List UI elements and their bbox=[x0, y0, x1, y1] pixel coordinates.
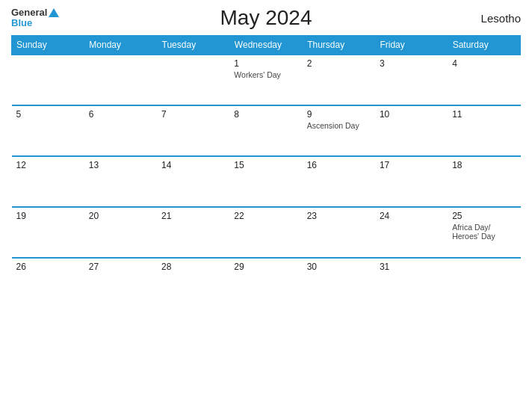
day-number: 14 bbox=[161, 160, 225, 170]
weekday-header: Wednesday bbox=[229, 35, 302, 55]
calendar-cell: 19 bbox=[12, 207, 84, 258]
weekday-header: Tuesday bbox=[157, 35, 229, 55]
day-number: 29 bbox=[234, 262, 297, 272]
day-number: 22 bbox=[234, 211, 297, 221]
header: General Blue May 2024 Lesotho bbox=[11, 7, 521, 29]
day-number: 9 bbox=[307, 109, 371, 120]
day-number: 17 bbox=[380, 160, 443, 170]
calendar-cell: 18 bbox=[448, 156, 520, 207]
weekday-header: Friday bbox=[375, 35, 448, 55]
calendar-cell: 11 bbox=[448, 105, 520, 156]
calendar-table: SundayMondayTuesdayWednesdayThursdayFrid… bbox=[11, 35, 521, 309]
day-number: 28 bbox=[161, 262, 225, 272]
calendar-body: 1Workers' Day23456789Ascension Day101112… bbox=[12, 55, 521, 309]
calendar-cell bbox=[12, 55, 84, 105]
calendar-cell: 12 bbox=[12, 156, 84, 207]
calendar-cell: 6 bbox=[84, 105, 157, 156]
calendar-cell: 15 bbox=[229, 156, 302, 207]
calendar-cell: 14 bbox=[157, 156, 229, 207]
day-number: 30 bbox=[307, 262, 371, 272]
day-number: 4 bbox=[452, 58, 516, 69]
calendar-cell: 5 bbox=[12, 105, 84, 156]
calendar-cell: 22 bbox=[229, 207, 302, 258]
calendar-cell: 9Ascension Day bbox=[303, 105, 375, 156]
calendar-cell: 2 bbox=[303, 55, 375, 105]
calendar-cell: 13 bbox=[84, 156, 157, 207]
weekday-header: Monday bbox=[84, 35, 157, 55]
day-number: 21 bbox=[161, 211, 225, 221]
calendar-week-row: 12131415161718 bbox=[12, 156, 521, 207]
day-number: 18 bbox=[452, 160, 516, 170]
calendar-cell: 23 bbox=[303, 207, 375, 258]
calendar-cell bbox=[448, 258, 520, 309]
weekday-row: SundayMondayTuesdayWednesdayThursdayFrid… bbox=[12, 35, 521, 55]
calendar-cell bbox=[84, 55, 157, 105]
calendar-cell: 16 bbox=[303, 156, 375, 207]
day-number: 25 bbox=[452, 211, 516, 221]
day-number: 31 bbox=[380, 262, 443, 272]
calendar-week-row: 19202122232425Africa Day/ Heroes' Day bbox=[12, 207, 521, 258]
day-number: 6 bbox=[89, 109, 152, 120]
calendar-week-row: 1Workers' Day234 bbox=[12, 55, 521, 105]
day-number: 10 bbox=[380, 109, 443, 120]
calendar-cell bbox=[157, 55, 229, 105]
calendar-header: SundayMondayTuesdayWednesdayThursdayFrid… bbox=[12, 35, 521, 55]
calendar-cell: 8 bbox=[229, 105, 302, 156]
calendar-week-row: 262728293031 bbox=[12, 258, 521, 309]
calendar-cell: 3 bbox=[375, 55, 448, 105]
logo-triangle-icon bbox=[49, 8, 59, 17]
day-number: 26 bbox=[16, 262, 80, 272]
calendar-event: Ascension Day bbox=[307, 121, 371, 130]
calendar-cell: 10 bbox=[375, 105, 448, 156]
calendar-cell: 31 bbox=[375, 258, 448, 309]
day-number: 8 bbox=[234, 109, 297, 120]
logo: General Blue bbox=[11, 7, 59, 29]
weekday-header: Saturday bbox=[448, 35, 520, 55]
day-number: 1 bbox=[234, 58, 297, 69]
country-label: Lesotho bbox=[481, 12, 521, 25]
day-number: 24 bbox=[380, 211, 443, 221]
weekday-header: Sunday bbox=[12, 35, 84, 55]
calendar-cell: 26 bbox=[12, 258, 84, 309]
calendar-cell: 17 bbox=[375, 156, 448, 207]
calendar-cell: 25Africa Day/ Heroes' Day bbox=[448, 207, 520, 258]
day-number: 3 bbox=[380, 58, 443, 69]
calendar-cell: 21 bbox=[157, 207, 229, 258]
day-number: 27 bbox=[89, 262, 152, 272]
day-number: 23 bbox=[307, 211, 371, 221]
day-number: 19 bbox=[16, 211, 80, 221]
calendar-cell: 28 bbox=[157, 258, 229, 309]
calendar-cell: 7 bbox=[157, 105, 229, 156]
day-number: 5 bbox=[16, 109, 80, 120]
calendar-cell: 4 bbox=[448, 55, 520, 105]
calendar-cell: 24 bbox=[375, 207, 448, 258]
calendar-cell: 20 bbox=[84, 207, 157, 258]
weekday-header: Thursday bbox=[303, 35, 375, 55]
logo-blue-text: Blue bbox=[11, 18, 59, 28]
day-number: 15 bbox=[234, 160, 297, 170]
day-number: 20 bbox=[89, 211, 152, 221]
day-number: 12 bbox=[16, 160, 80, 170]
calendar-week-row: 56789Ascension Day1011 bbox=[12, 105, 521, 156]
calendar-title: May 2024 bbox=[220, 6, 312, 30]
day-number: 2 bbox=[307, 58, 371, 69]
calendar-cell: 30 bbox=[303, 258, 375, 309]
calendar-cell: 29 bbox=[229, 258, 302, 309]
calendar-event: Workers' Day bbox=[234, 70, 297, 79]
calendar-cell: 1Workers' Day bbox=[229, 55, 302, 105]
day-number: 7 bbox=[161, 109, 225, 120]
day-number: 13 bbox=[89, 160, 152, 170]
day-number: 16 bbox=[307, 160, 371, 170]
day-number: 11 bbox=[452, 109, 516, 120]
logo-general-text: General bbox=[11, 7, 47, 18]
calendar-event: Africa Day/ Heroes' Day bbox=[452, 223, 516, 241]
calendar-cell: 27 bbox=[84, 258, 157, 309]
calendar-page: General Blue May 2024 Lesotho SundayMond… bbox=[0, 0, 532, 411]
